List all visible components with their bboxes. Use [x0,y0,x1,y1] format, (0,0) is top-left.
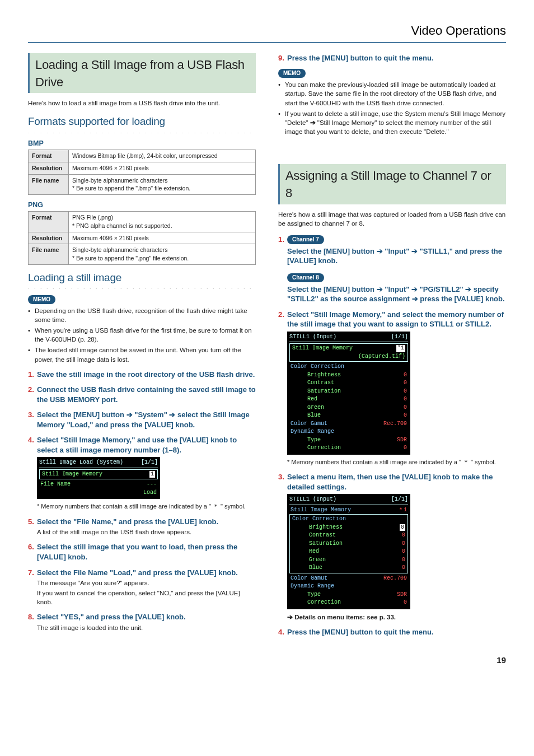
channel-7-badge: Channel 7 [287,235,324,244]
arrow-icon: ➔ [377,284,383,295]
step-1-ch8: Select the [MENU] button ➔ "Input" ➔ "PG… [287,284,506,304]
arrow-icon: ➔ [310,118,316,127]
step-9: Press the [MENU] button to quit the menu… [287,53,506,63]
steps-list: Save the still image in the root directo… [28,370,256,632]
divider [28,42,506,43]
cell: Single-byte alphanumeric characters* Be … [69,174,256,194]
arrow-icon: ➔ [169,410,175,420]
arrow-icon: ➔ [377,246,383,256]
cell: Maximum 4096 × 2160 pixels [69,232,256,244]
step-5: Select the "File Name," and press the [V… [37,517,256,527]
memo-badge: MEMO [278,69,306,78]
cell: Resolution [29,232,69,244]
list-item: The loaded still image cannot be saved i… [28,346,256,363]
page-number: 19 [28,654,506,666]
step-body: The still image is loaded into the unit. [37,623,256,632]
step-7: Select the File Name "Load," and press t… [37,568,256,578]
arrow-icon: ➔ [127,410,133,420]
assign-steps-list: Channel 7 Select the [MENU] button ➔ "In… [278,235,506,637]
cell: PNG File (.png)* PNG alpha channel is no… [69,212,256,232]
cell: Windows Bitmap file (.bmp), 24-bit color… [69,150,256,162]
section-title-load: Loading a Still Image from a USB Flash D… [28,53,256,94]
arrow-icon: ➔ [411,284,418,295]
dotted-rule: . . . . . . . . . . . . . . . . . . . . … [28,284,256,291]
step-6: Select the still image that you want to … [37,542,256,562]
channel-8-badge: Channel 8 [287,273,324,282]
intro-text: Here's how a still image that was captur… [278,210,506,228]
subsection-formats: Formats supported for loading [28,114,256,129]
memo-badge: MEMO [28,295,55,304]
list-item: Depending on the USB flash drive, recogn… [28,306,256,324]
png-heading: PNG [28,200,256,211]
step-1-ch7: Select the [MENU] button ➔ "Input" ➔ "ST… [287,246,506,266]
memo-list: You can make the previously-loaded still… [278,80,506,136]
cell: Resolution [29,162,69,174]
step-body: The message "Are you sure?" appears. [37,578,256,587]
step-1: Save the still image in the root directo… [37,370,256,380]
footnote: * Memory numbers that contain a still im… [37,502,256,511]
arrow-icon: ➔ [465,284,471,295]
steps-continued: Press the [MENU] button to quit the menu… [278,53,506,63]
right-column: Press the [MENU] button to quit the menu… [278,53,506,643]
breadcrumb: Video Operations [28,22,506,40]
details-link: ➔ Details on menu items: see p. 33. [287,613,506,622]
step-3: Select the [MENU] button ➔ "System" ➔ se… [37,410,256,430]
cell: File name [29,174,69,194]
list-item: When you're using a USB flash drive for … [28,326,256,344]
step-8: Select "YES," and press the [VALUE] knob… [37,612,256,622]
step-3: Select a menu item, then use the [VALUE]… [287,472,506,492]
cell: Single-byte alphanumeric characters* Be … [69,244,256,264]
dotted-rule: . . . . . . . . . . . . . . . . . . . . … [28,128,256,136]
step-body: If you want to cancel the operation, sel… [37,589,256,606]
device-screenshot: STILL1 (Input)[1/1] Still Image Memory＊1… [287,494,410,609]
cell: File name [29,244,69,264]
list-item: You can make the previously-loaded still… [278,80,506,107]
intro-text: Here's how to load a still image from a … [28,99,256,108]
step-body: A list of the still image on the USB fla… [37,528,256,536]
arrow-icon: ➔ [412,294,418,304]
device-screenshot: STILL1 (Input)[1/1] Still Image Memory*1… [287,332,410,455]
png-table: FormatPNG File (.png)* PNG alpha channel… [28,211,256,264]
step-2: Select "Still Image Memory," and select … [287,310,506,329]
device-screenshot: Still Image Load (System)[1/1] Still Ima… [37,457,160,499]
bmp-heading: BMP [28,139,256,149]
step-4: Press the [MENU] button to quit the menu… [287,627,506,637]
arrow-icon: ➔ [287,613,293,622]
step-4: Select "Still Image Memory," and use the… [37,435,256,455]
cell: Format [29,212,69,232]
step-2: Connect the USB flash drive containing t… [37,385,256,404]
memo-list: Depending on the USB flash drive, recogn… [28,306,256,364]
list-item: If you want to delete a still image, use… [278,109,506,136]
arrow-icon: ➔ [411,246,418,256]
section-title-assign: Assigning a Still Image to Channel 7 or … [278,164,506,204]
left-column: Loading a Still Image from a USB Flash D… [28,53,256,643]
bmp-table: FormatWindows Bitmap file (.bmp), 24-bit… [28,150,256,195]
cell: Maximum 4096 × 2160 pixels [69,162,256,174]
footnote: * Memory numbers that contain a still im… [287,458,506,466]
cell: Format [29,150,69,162]
subsection-loading: Loading a still image [28,270,256,286]
